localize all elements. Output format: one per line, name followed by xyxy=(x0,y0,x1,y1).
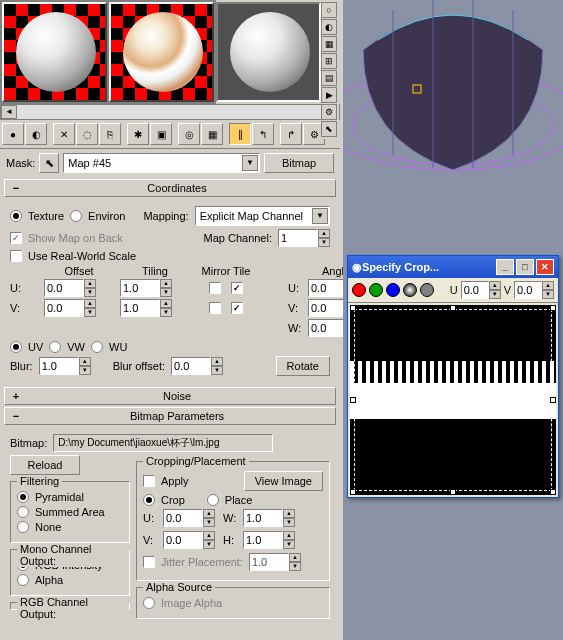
mask-type-button[interactable]: Bitmap xyxy=(264,153,334,173)
minimize-icon[interactable]: _ xyxy=(496,259,514,275)
close-icon[interactable]: ✕ xyxy=(536,259,554,275)
crop-handle-tr[interactable] xyxy=(550,305,556,311)
u-tiling-spinner[interactable]: ▲▼ xyxy=(120,279,190,297)
reload-button[interactable]: Reload xyxy=(10,455,80,475)
maximize-icon[interactable]: □ xyxy=(516,259,534,275)
uvw-grid: Offset Tiling Mirror Tile Angle U: ▲▼ ▲▼… xyxy=(10,265,330,337)
radio-uv[interactable] xyxy=(10,341,22,353)
crop-handle-t[interactable] xyxy=(450,305,456,311)
map-channel-spinner[interactable]: ▲▼ xyxy=(278,229,330,247)
crop-w-spinner[interactable]: ▲▼ xyxy=(243,509,297,527)
minus-icon: − xyxy=(9,410,23,422)
chevron-down-icon[interactable]: ▼ xyxy=(312,208,328,224)
mono-channel-icon[interactable] xyxy=(420,283,434,297)
radio-environ[interactable] xyxy=(70,210,82,222)
show-result-icon[interactable]: ‖ xyxy=(229,123,251,145)
effects-icon[interactable]: ◎ xyxy=(178,123,200,145)
radio-summed[interactable] xyxy=(17,506,29,518)
crop-handle-bl[interactable] xyxy=(350,489,356,495)
check-show-map xyxy=(10,232,22,244)
bitmap-path-button[interactable]: D:\my Document\jiaoxue\杯子\lm.jpg xyxy=(53,434,273,452)
alpha-channel-icon[interactable] xyxy=(403,283,417,297)
uv-tile-icon[interactable]: ⊞ xyxy=(321,53,337,69)
check-real-world[interactable] xyxy=(10,250,22,262)
radio-pyramidal[interactable] xyxy=(17,491,29,503)
crop-marquee[interactable] xyxy=(354,309,552,491)
preview-hscroll[interactable]: ◄ ► xyxy=(0,104,340,120)
radio-place[interactable] xyxy=(207,494,219,506)
go-parent-icon[interactable]: ↰ xyxy=(252,123,274,145)
crop-handle-l[interactable] xyxy=(350,397,356,403)
v-tile-check[interactable] xyxy=(231,302,243,314)
crop-handle-tl[interactable] xyxy=(350,305,356,311)
reset-icon[interactable]: ◌ xyxy=(76,123,98,145)
put-to-scene-icon[interactable]: ◐ xyxy=(25,123,47,145)
map-channel-label: Map Channel: xyxy=(204,232,273,244)
chevron-down-icon[interactable]: ▼ xyxy=(242,155,258,171)
red-channel-icon[interactable] xyxy=(352,283,366,297)
green-channel-icon[interactable] xyxy=(369,283,383,297)
assign-icon[interactable]: ✕ xyxy=(53,123,75,145)
put-library-icon[interactable]: ▣ xyxy=(150,123,172,145)
summed-label: Summed Area xyxy=(35,506,105,518)
mapping-label: Mapping: xyxy=(143,210,188,222)
go-sibling-icon[interactable]: ↱ xyxy=(280,123,302,145)
u-offset-spinner[interactable]: ▲▼ xyxy=(44,279,114,297)
make-unique-icon[interactable]: ✱ xyxy=(127,123,149,145)
radio-none[interactable] xyxy=(17,521,29,533)
view-image-button[interactable]: View Image xyxy=(244,471,323,491)
blue-channel-icon[interactable] xyxy=(386,283,400,297)
crop-handle-br[interactable] xyxy=(550,489,556,495)
u-tile-check[interactable] xyxy=(231,282,243,294)
backlight-icon[interactable]: ◐ xyxy=(321,19,337,35)
crop-h-spinner[interactable]: ▲▼ xyxy=(243,531,297,549)
mask-value: Map #45 xyxy=(68,157,111,169)
v-offset-spinner[interactable]: ▲▼ xyxy=(44,299,114,317)
scroll-left-icon[interactable]: ◄ xyxy=(1,105,17,119)
rotate-button[interactable]: Rotate xyxy=(276,356,330,376)
get-material-icon[interactable]: ● xyxy=(2,123,24,145)
mapping-dropdown[interactable]: Explicit Map Channel ▼ xyxy=(195,206,330,226)
select-by-icon[interactable]: ⬉ xyxy=(321,121,337,137)
u-mirror-check[interactable] xyxy=(209,282,221,294)
radio-alpha[interactable] xyxy=(17,574,29,586)
crop-win-u-spinner[interactable]: ▲▼ xyxy=(461,281,501,299)
background-icon[interactable]: ▦ xyxy=(321,36,337,52)
radio-texture[interactable] xyxy=(10,210,22,222)
mask-label: Mask: xyxy=(6,157,35,169)
copy-icon[interactable]: ⎘ xyxy=(99,123,121,145)
map-channel-input[interactable] xyxy=(278,229,318,247)
pick-icon[interactable]: ⬉ xyxy=(39,153,59,173)
crop-v-spinner[interactable]: ▲▼ xyxy=(163,531,217,549)
crop-win-v-spinner[interactable]: ▲▼ xyxy=(514,281,554,299)
crop-u-spinner[interactable]: ▲▼ xyxy=(163,509,217,527)
bitmap-label: Bitmap: xyxy=(10,437,47,449)
blur-offset-spinner[interactable]: ▲▼ xyxy=(171,357,223,375)
show-map-icon[interactable]: ▦ xyxy=(201,123,223,145)
crop-handle-b[interactable] xyxy=(450,489,456,495)
radio-wu[interactable] xyxy=(91,341,103,353)
rollout-bitmap-header[interactable]: − Bitmap Parameters xyxy=(4,407,336,425)
crop-handle-r[interactable] xyxy=(550,397,556,403)
material-slot-3[interactable] xyxy=(216,2,321,102)
blur-spinner[interactable]: ▲▼ xyxy=(39,357,91,375)
crop-canvas[interactable] xyxy=(350,305,556,495)
rollout-noise-header[interactable]: + Noise xyxy=(4,387,336,405)
rollout-coordinates-header[interactable]: − Coordinates xyxy=(4,179,336,197)
material-slot-1[interactable] xyxy=(2,2,107,102)
material-slot-2[interactable] xyxy=(109,2,214,102)
v-tiling-spinner[interactable]: ▲▼ xyxy=(120,299,190,317)
preview-icon[interactable]: ▶ xyxy=(321,87,337,103)
v-mirror-check[interactable] xyxy=(209,302,221,314)
options-icon[interactable]: ⚙ xyxy=(321,104,337,120)
apply-check[interactable] xyxy=(143,475,155,487)
v-angle-label: V: xyxy=(288,302,302,314)
sample-type-icon[interactable]: ○ xyxy=(321,2,337,18)
crop-titlebar[interactable]: ◉ Specify Crop... _ □ ✕ xyxy=(348,256,558,278)
radio-crop[interactable] xyxy=(143,494,155,506)
crop-v-label: V: xyxy=(143,534,157,546)
mask-dropdown[interactable]: Map #45 ▼ xyxy=(63,153,260,173)
video-check-icon[interactable]: ▤ xyxy=(321,70,337,86)
radio-vw[interactable] xyxy=(49,341,61,353)
specify-crop-window[interactable]: ◉ Specify Crop... _ □ ✕ U ▲▼ V ▲▼ xyxy=(347,255,559,498)
